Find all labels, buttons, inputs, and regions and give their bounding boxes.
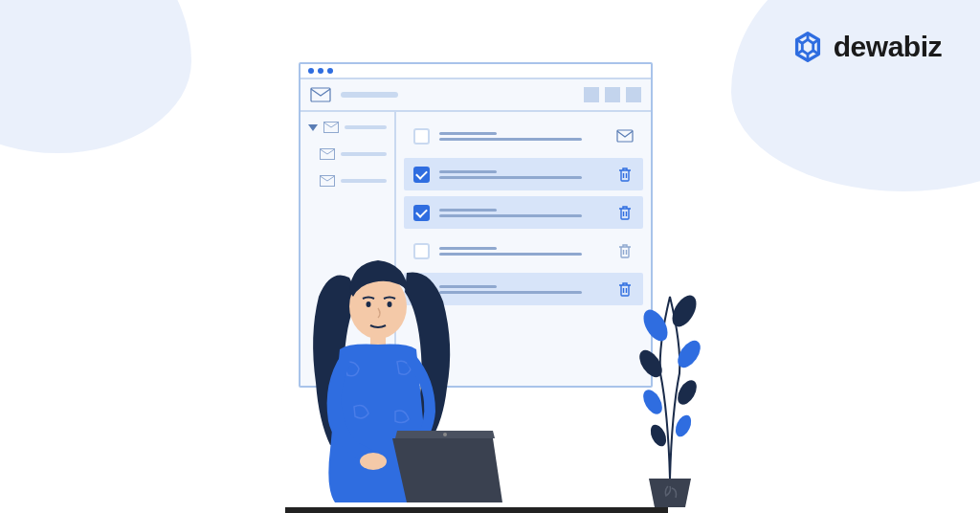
decorative-blob-top-left <box>0 0 191 153</box>
checkbox-checked[interactable] <box>413 167 430 183</box>
desk-surface <box>285 507 668 513</box>
logo-icon <box>790 29 826 65</box>
brand-logo: dewabiz <box>790 29 942 65</box>
window-dot[interactable] <box>318 68 323 74</box>
svg-point-15 <box>388 301 392 307</box>
svg-point-9 <box>639 387 666 417</box>
message-row[interactable] <box>404 120 643 152</box>
view-option[interactable] <box>605 87 620 102</box>
message-row[interactable] <box>404 158 643 190</box>
logo-text: dewabiz <box>834 31 942 63</box>
svg-point-17 <box>360 453 387 470</box>
toolbar-placeholder-line <box>341 92 398 98</box>
svg-point-12 <box>673 413 695 439</box>
trash-icon[interactable] <box>616 166 634 183</box>
window-dot[interactable] <box>308 68 314 74</box>
view-option[interactable] <box>626 87 641 102</box>
toolbar <box>301 79 651 112</box>
envelope-icon <box>320 175 335 187</box>
window-titlebar <box>301 64 651 79</box>
svg-rect-0 <box>311 88 330 101</box>
chevron-down-icon <box>308 124 318 131</box>
checkbox-checked[interactable] <box>413 205 430 221</box>
trash-icon[interactable] <box>616 204 634 221</box>
checkbox[interactable] <box>413 128 430 145</box>
sidebar-item[interactable] <box>308 148 387 160</box>
sidebar-item[interactable] <box>308 122 387 133</box>
sidebar-item[interactable] <box>308 175 387 187</box>
plant-illustration <box>612 239 727 507</box>
svg-rect-4 <box>617 130 633 142</box>
envelope-icon <box>323 122 339 133</box>
envelope-icon <box>320 148 335 160</box>
svg-point-7 <box>635 346 666 382</box>
person-illustration <box>282 220 550 507</box>
envelope-icon[interactable] <box>616 127 634 145</box>
svg-point-11 <box>648 422 670 449</box>
window-dot[interactable] <box>327 68 333 74</box>
envelope-icon <box>310 87 331 102</box>
view-option[interactable] <box>584 87 599 102</box>
svg-point-19 <box>443 433 447 436</box>
view-switcher <box>584 87 641 102</box>
svg-point-14 <box>367 301 371 307</box>
